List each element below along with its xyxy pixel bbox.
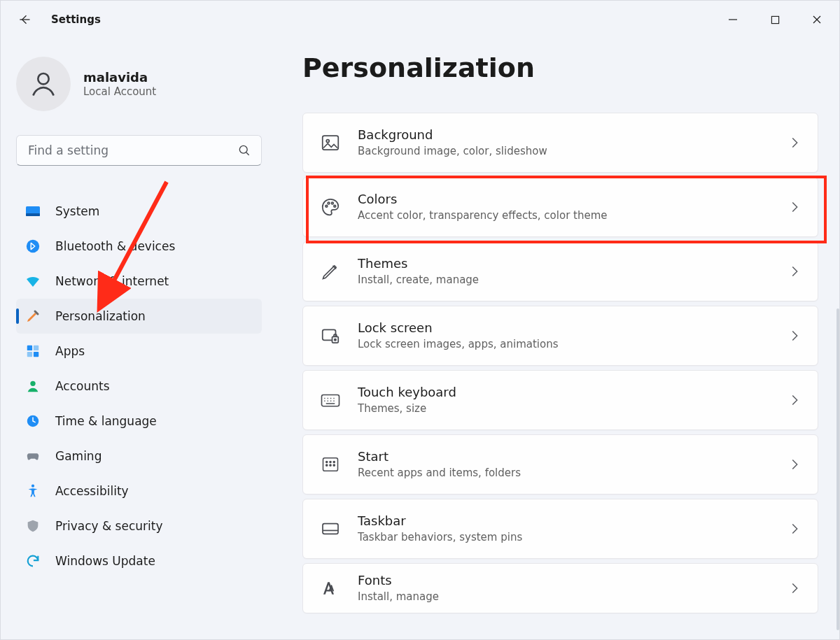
card-background[interactable]: Background Background image, color, slid… (302, 113, 818, 173)
page-title: Personalization (302, 52, 818, 83)
fonts-icon (318, 576, 342, 600)
bluetooth-icon (23, 236, 43, 256)
sidebar-item-label: Gaming (55, 449, 102, 463)
sidebar-item-label: Apps (55, 344, 85, 358)
chevron-right-icon (787, 392, 802, 408)
sidebar-item-network[interactable]: Network & internet (16, 264, 262, 299)
card-text: Lock screen Lock screen images, apps, an… (358, 320, 771, 351)
svg-point-14 (326, 140, 329, 143)
sidebar-item-label: Personalization (55, 309, 146, 323)
card-title: Taskbar (358, 513, 771, 529)
card-subtitle: Background image, color, slideshow (358, 144, 771, 158)
card-subtitle: Taskbar behaviors, system pins (358, 530, 771, 544)
content: Personalization Background Background im… (277, 38, 839, 639)
scrollbar[interactable] (836, 308, 839, 630)
svg-point-24 (326, 461, 328, 462)
card-title: Touch keyboard (358, 385, 771, 401)
card-subtitle: Install, manage (358, 590, 771, 604)
wifi-icon (23, 271, 43, 291)
svg-rect-13 (323, 136, 339, 150)
account-icon (23, 376, 43, 396)
card-text: Themes Install, create, manage (358, 256, 771, 287)
keyboard-icon (318, 388, 342, 412)
sidebar-item-accounts[interactable]: Accounts (16, 369, 262, 404)
minimize-icon (728, 15, 738, 24)
apps-icon (23, 341, 43, 361)
card-text: Taskbar Taskbar behaviors, system pins (358, 513, 771, 544)
card-subtitle: Lock screen images, apps, animations (358, 337, 771, 351)
card-text: Background Background image, color, slid… (358, 127, 771, 158)
svg-rect-6 (27, 346, 32, 350)
sidebar-item-windows-update[interactable]: Windows Update (16, 543, 262, 578)
sidebar-item-privacy[interactable]: Privacy & security (16, 509, 262, 543)
sidebar-item-apps[interactable]: Apps (16, 334, 262, 369)
sidebar-item-bluetooth[interactable]: Bluetooth & devices (16, 229, 262, 264)
sidebar-item-label: System (55, 204, 99, 218)
shield-icon (23, 516, 43, 536)
app-title: Settings (51, 13, 101, 26)
taskbar-icon (318, 517, 342, 541)
card-themes[interactable]: Themes Install, create, manage (302, 241, 818, 301)
card-subtitle: Accent color, transparency effects, colo… (358, 208, 771, 222)
sidebar-item-label: Windows Update (55, 554, 155, 568)
image-icon (318, 131, 342, 155)
svg-point-5 (27, 240, 39, 253)
card-taskbar[interactable]: Taskbar Taskbar behaviors, system pins (302, 499, 818, 559)
svg-point-21 (335, 339, 336, 341)
svg-point-1 (38, 73, 48, 84)
card-colors[interactable]: Colors Accent color, transparency effect… (302, 177, 818, 237)
sidebar-item-gaming[interactable]: Gaming (16, 439, 262, 474)
sidebar-item-label: Accounts (55, 379, 110, 393)
card-fonts[interactable]: Fonts Install, manage (302, 563, 818, 613)
card-title: Themes (358, 256, 771, 272)
card-text: Start Recent apps and items, folders (358, 449, 771, 480)
card-subtitle: Themes, size (358, 401, 771, 415)
titlebar-left: Settings (16, 11, 101, 28)
svg-rect-8 (27, 352, 32, 357)
sidebar-item-system[interactable]: System (16, 194, 262, 229)
svg-point-28 (330, 464, 331, 466)
svg-point-26 (333, 461, 335, 462)
close-button[interactable] (796, 3, 838, 36)
search-box[interactable] (16, 135, 262, 166)
svg-point-17 (332, 202, 334, 204)
card-title: Fonts (358, 573, 771, 589)
card-text: Fonts Install, manage (358, 573, 771, 604)
sidebar-item-label: Accessibility (55, 484, 129, 498)
arrow-left-icon (18, 13, 31, 27)
chevron-right-icon (787, 328, 802, 343)
card-lock-screen[interactable]: Lock screen Lock screen images, apps, an… (302, 306, 818, 366)
sidebar-item-accessibility[interactable]: Accessibility (16, 474, 262, 509)
clock-globe-icon (23, 411, 43, 431)
minimize-button[interactable] (712, 3, 754, 36)
card-touch-keyboard[interactable]: Touch keyboard Themes, size (302, 370, 818, 430)
search-input[interactable] (27, 143, 230, 158)
profile-text: malavida Local Account (83, 70, 156, 99)
card-start[interactable]: Start Recent apps and items, folders (302, 434, 818, 495)
profile[interactable]: malavida Local Account (16, 57, 262, 111)
svg-point-12 (31, 485, 34, 488)
maximize-icon (771, 15, 780, 24)
system-icon (23, 201, 43, 221)
svg-rect-0 (771, 16, 778, 23)
lock-screen-icon (318, 324, 342, 348)
svg-point-27 (326, 464, 328, 466)
maximize-button[interactable] (754, 3, 796, 36)
svg-point-16 (328, 202, 330, 204)
accessibility-icon (23, 481, 43, 501)
sidebar-item-time-language[interactable]: Time & language (16, 404, 262, 439)
sidebar-item-personalization[interactable]: Personalization (16, 299, 262, 334)
close-icon (812, 15, 822, 24)
sidebar-item-label: Privacy & security (55, 519, 163, 533)
svg-point-25 (330, 461, 331, 462)
svg-point-29 (333, 464, 335, 466)
titlebar: Settings (1, 1, 839, 38)
card-title: Background (358, 127, 771, 143)
card-text: Colors Accent color, transparency effect… (358, 192, 771, 222)
chevron-right-icon (787, 581, 802, 596)
card-title: Lock screen (358, 320, 771, 336)
back-button[interactable] (16, 11, 33, 28)
sidebar-item-label: Time & language (55, 414, 157, 428)
cards-list: Background Background image, color, slid… (302, 113, 818, 613)
profile-subtitle: Local Account (83, 85, 156, 98)
